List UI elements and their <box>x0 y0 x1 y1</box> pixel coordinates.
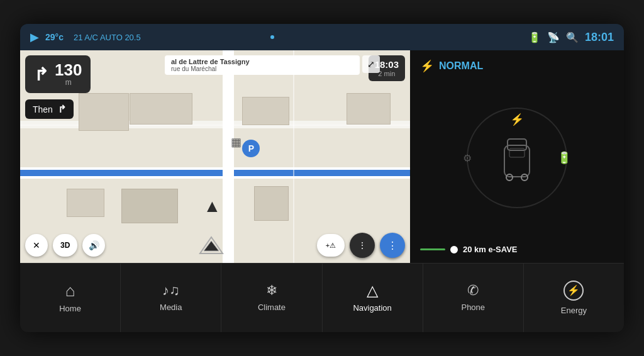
navigation-label: Navigation <box>353 303 391 313</box>
nav-item-navigation[interactable]: △ Navigation <box>323 264 423 332</box>
bottom-navigation: ⌂ Home ♪♫ Media ❄ Climate △ Navigation ✆… <box>20 263 624 332</box>
vertical-road <box>223 50 234 263</box>
media-label: Media <box>160 303 182 312</box>
map-block-3 <box>67 189 104 217</box>
play-icon: ▶ <box>30 30 39 44</box>
vehicle-circle: ⚡ ⚙ 🔋 <box>467 108 567 208</box>
nav-distance-box: 130 m <box>55 62 82 87</box>
ac-info: 21 A/C AUTO 20.5 <box>74 33 141 42</box>
distance-unit: m <box>65 78 72 87</box>
climate-icon: ❄ <box>266 284 277 298</box>
road-detail-1 <box>293 50 294 263</box>
view-3d-button[interactable]: 3D <box>53 234 77 257</box>
then-box: Then ↱ <box>25 99 74 119</box>
lightning-icon: ⚡ <box>420 59 434 73</box>
nav-item-home[interactable]: ⌂ Home <box>20 264 121 332</box>
main-screen: ▶ 29°c 21 A/C AUTO 20.5 🔋 📡 🔍 18:01 <box>20 24 624 332</box>
home-label: Home <box>59 304 81 313</box>
right-battery-icon: 🔋 <box>557 151 571 165</box>
right-icons: 🔋 📡 🔍 18:01 <box>528 31 614 44</box>
media-icon: ♪♫ <box>162 284 180 298</box>
network-icon: 📡 <box>547 31 560 43</box>
nav-item-media[interactable]: ♪♫ Media <box>121 264 221 332</box>
triangle-icon-container <box>196 234 227 257</box>
turn-arrow-icon: ↱ <box>34 64 48 85</box>
sound-button[interactable]: 🔊 <box>82 234 105 257</box>
location-icon: 🔍 <box>566 31 579 43</box>
energy-label: Energy <box>561 306 587 315</box>
phone-label: Phone <box>461 303 485 312</box>
nav-instruction-box: ↱ 130 m <box>25 55 91 93</box>
route-road <box>20 170 410 176</box>
nav-item-phone[interactable]: ✆ Phone <box>423 264 524 332</box>
left-engine-icon: ⚙ <box>463 152 472 164</box>
center-dot <box>270 35 274 39</box>
car-outline-svg <box>495 130 539 186</box>
map-block-6 <box>242 97 289 125</box>
nav-item-climate[interactable]: ❄ Climate <box>221 264 322 332</box>
map-block-7 <box>254 186 289 221</box>
expand-button[interactable]: ⤢ <box>362 55 380 73</box>
then-turn-icon: ↱ <box>58 103 66 115</box>
route-menu-button[interactable]: ⋮ <box>380 233 405 258</box>
map-block-2 <box>130 93 192 125</box>
map-area: P ▦ ▲ ↱ 130 m Then ↱ al de Lattre de Tas… <box>20 50 410 263</box>
temperature: 29°c <box>45 32 64 42</box>
phone-icon: ✆ <box>467 284 479 298</box>
navigation-icon: △ <box>367 283 378 298</box>
system-time: 18:01 <box>585 31 614 44</box>
nav-triangle-svg <box>199 236 224 255</box>
battery-level-icon: 🔋 <box>557 151 571 165</box>
nav-item-energy[interactable]: ⚡ Energy <box>524 264 624 332</box>
map-block-5 <box>347 93 391 125</box>
hazard-button[interactable]: +⚠ <box>317 234 345 257</box>
vehicle-diagram: ⚡ ⚙ 🔋 <box>420 79 614 236</box>
climate-label: Climate <box>258 303 286 312</box>
energy-save-text: 20 km e-SAVE <box>463 245 517 254</box>
battery-icon: 🔋 <box>528 31 541 43</box>
map-controls: ✕ 3D 🔊 +⚠ ⋮ ⋮ <box>25 233 405 258</box>
close-button[interactable]: ✕ <box>25 234 48 257</box>
energy-line-green <box>420 248 445 250</box>
vehicle-panel: ⚡ NORMAL ⚡ ⚙ 🔋 <box>410 50 624 263</box>
main-content: P ▦ ▲ ↱ 130 m Then ↱ al de Lattre de Tas… <box>20 50 624 263</box>
street-name-text: al de Lattre de Tassigny <box>171 58 353 65</box>
distance-number: 130 <box>55 62 82 78</box>
car-position-arrow: ▲ <box>203 196 221 216</box>
engine-icon: ⚙ <box>463 152 472 164</box>
grid-icon: ▦ <box>231 135 242 149</box>
status-bar: ▶ 29°c 21 A/C AUTO 20.5 🔋 📡 🔍 18:01 <box>20 24 624 50</box>
energy-dot <box>450 246 458 253</box>
more-options-button[interactable]: ⋮ <box>350 233 375 258</box>
street-name-bar: al de Lattre de Tassigny rue du Maréchal <box>165 55 360 75</box>
top-lightning-icon: ⚡ <box>510 113 524 126</box>
map-block-4 <box>121 189 178 223</box>
charging-icon: ⚡ <box>510 113 524 126</box>
energy-icon: ⚡ <box>564 281 584 301</box>
street-name-2: rue du Maréchal <box>171 65 353 72</box>
svg-marker-1 <box>204 241 219 251</box>
map-block-1 <box>79 93 129 131</box>
map-center-icon <box>196 234 227 257</box>
home-icon: ⌂ <box>65 282 75 299</box>
then-label: Then <box>33 104 53 114</box>
energy-bar-row: 20 km e-SAVE <box>420 245 614 254</box>
mode-label: NORMAL <box>439 60 483 72</box>
vehicle-mode: ⚡ NORMAL <box>420 59 614 73</box>
